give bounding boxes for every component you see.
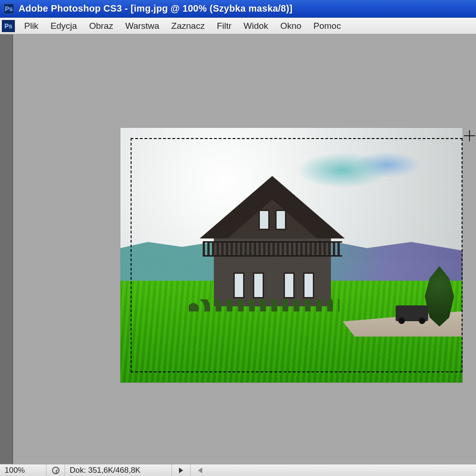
dok-label: Dok: (70, 466, 86, 475)
document-size-readout: Dok: 351,6K/468,8K (65, 464, 172, 476)
menu-plik[interactable]: Plik (19, 19, 44, 33)
menu-zaznacz[interactable]: Zaznacz (166, 19, 211, 33)
work-area[interactable] (0, 34, 476, 464)
crosshair-cursor-icon (464, 130, 475, 141)
photoshop-app-icon: Ps (4, 4, 14, 14)
image-car (396, 305, 428, 321)
menu-widok[interactable]: Widok (238, 19, 274, 33)
menu-okno[interactable]: Okno (275, 19, 307, 33)
image-bushes (189, 299, 339, 311)
statusbar: 100% Dok: 351,6K/468,8K (0, 464, 476, 476)
menu-filtr[interactable]: Filtr (211, 19, 237, 33)
document-canvas[interactable] (120, 127, 463, 383)
status-flyout-button[interactable] (172, 464, 191, 476)
canvas-image (120, 128, 463, 383)
menu-obraz[interactable]: Obraz (84, 19, 119, 33)
triangle-right-icon (179, 468, 183, 473)
dok-value: 351,6K/468,8K (88, 466, 140, 475)
status-history-icon[interactable] (46, 464, 65, 476)
hscroll-left-button[interactable] (191, 464, 209, 476)
triangle-left-icon (198, 468, 202, 473)
titlebar: Ps Adobe Photoshop CS3 - [img.jpg @ 100%… (0, 0, 476, 18)
window-title: Adobe Photoshop CS3 - [img.jpg @ 100% (S… (19, 3, 292, 14)
zoom-level[interactable]: 100% (0, 464, 46, 476)
menu-warstwa[interactable]: Warstwa (119, 19, 165, 33)
menu-pomoc[interactable]: Pomoc (308, 19, 346, 33)
vertical-scrollbar[interactable] (0, 34, 13, 464)
menu-edycja[interactable]: Edycja (45, 19, 83, 33)
menubar: Ps Plik Edycja Obraz Warstwa Zaznacz Fil… (0, 18, 476, 34)
image-house (203, 176, 342, 306)
clock-icon (52, 467, 60, 474)
document-menu-icon[interactable]: Ps (2, 20, 15, 32)
